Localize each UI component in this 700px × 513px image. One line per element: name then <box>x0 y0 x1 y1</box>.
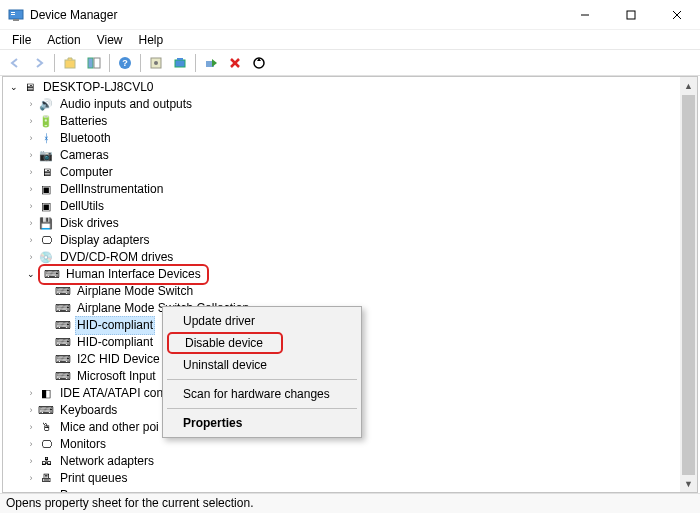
context-menu-item[interactable]: Update driver <box>165 310 359 332</box>
tree-node-label: Human Interface Devices <box>64 266 203 283</box>
tree-node-label: Cameras <box>58 147 111 164</box>
device-manager-window: Device Manager File Action View Help ? ⌄… <box>0 0 700 513</box>
help-button[interactable]: ? <box>114 52 136 74</box>
expand-icon[interactable]: › <box>24 200 38 214</box>
properties-button[interactable] <box>145 52 167 74</box>
menu-help[interactable]: Help <box>131 31 172 49</box>
update-driver-button[interactable] <box>248 52 270 74</box>
tree-node[interactable]: ⌄🖥DESKTOP-LJ8CVL0 <box>7 79 697 96</box>
svg-point-14 <box>154 61 158 65</box>
svg-rect-16 <box>177 58 183 60</box>
tree-node-label: Display adapters <box>58 232 151 249</box>
hid-icon: ⌨ <box>55 369 71 385</box>
tree-node-label: Network adapters <box>58 453 156 470</box>
expand-icon[interactable]: › <box>24 234 38 248</box>
mouse-icon: 🖱 <box>38 420 54 436</box>
expand-icon <box>41 370 55 384</box>
monitor-icon: 🖵 <box>38 437 54 453</box>
expand-icon[interactable]: › <box>24 166 38 180</box>
window-title: Device Manager <box>30 8 562 22</box>
computer-icon: 🖥 <box>21 80 37 96</box>
tree-node[interactable]: ›🖵Monitors <box>7 436 697 453</box>
titlebar: Device Manager <box>0 0 700 30</box>
context-menu-item[interactable]: Properties <box>165 412 359 434</box>
scroll-down-button[interactable]: ▼ <box>680 475 697 492</box>
collapse-icon[interactable]: ⌄ <box>24 268 38 282</box>
minimize-button[interactable] <box>562 0 608 30</box>
hid-icon: ⌨ <box>55 301 71 317</box>
up-button[interactable] <box>59 52 81 74</box>
tree-node-label: HID-compliant <box>75 316 155 335</box>
context-menu-item[interactable]: Disable device <box>167 332 283 354</box>
expand-icon[interactable]: › <box>24 455 38 469</box>
menu-view[interactable]: View <box>89 31 131 49</box>
tree-node-label: Batteries <box>58 113 109 130</box>
expand-icon[interactable]: › <box>24 115 38 129</box>
context-menu-item[interactable]: Uninstall device <box>165 354 359 376</box>
svg-rect-8 <box>65 60 75 68</box>
expand-icon[interactable]: › <box>24 183 38 197</box>
expand-icon[interactable]: › <box>24 98 38 112</box>
audio-icon: 🔊 <box>38 97 54 113</box>
expand-icon[interactable]: › <box>24 251 38 265</box>
forward-button[interactable] <box>28 52 50 74</box>
tree-node-label: Keyboards <box>58 402 119 419</box>
tree-node[interactable]: ⌄⌨Human Interface Devices <box>7 266 697 283</box>
expand-icon[interactable]: › <box>24 438 38 452</box>
app-icon <box>8 7 24 23</box>
toolbar-separator <box>195 54 196 72</box>
svg-rect-15 <box>175 60 185 67</box>
expand-icon[interactable]: › <box>24 217 38 231</box>
maximize-button[interactable] <box>608 0 654 30</box>
expand-icon[interactable]: › <box>24 149 38 163</box>
tree-node-label: Audio inputs and outputs <box>58 96 194 113</box>
expand-icon[interactable]: › <box>24 132 38 146</box>
tree-node[interactable]: ›🖶Print queues <box>7 470 697 487</box>
tree-node[interactable]: ⌨Airplane Mode Switch <box>7 283 697 300</box>
tree-node-label: HID-compliant <box>75 334 155 351</box>
printer-icon: 🖶 <box>38 471 54 487</box>
expand-icon <box>41 285 55 299</box>
back-button[interactable] <box>4 52 26 74</box>
scroll-up-button[interactable]: ▲ <box>680 77 697 94</box>
hid-icon: ⌨ <box>55 284 71 300</box>
menu-action[interactable]: Action <box>39 31 88 49</box>
show-hide-tree-button[interactable] <box>83 52 105 74</box>
enable-device-button[interactable] <box>200 52 222 74</box>
tree-node[interactable]: ›▣DellUtils <box>7 198 697 215</box>
highlighted-category[interactable]: ⌨Human Interface Devices <box>38 264 209 285</box>
expand-icon[interactable]: › <box>24 404 38 418</box>
tree-node[interactable]: ›🖥Computer <box>7 164 697 181</box>
disk-icon: 💾 <box>38 216 54 232</box>
keyboard-icon: ⌨ <box>38 403 54 419</box>
tree-node-label: IDE ATA/ATAPI cont <box>58 385 168 402</box>
expand-icon[interactable]: › <box>24 421 38 435</box>
tree-node[interactable]: ›▣DellInstrumentation <box>7 181 697 198</box>
vertical-scrollbar[interactable]: ▲ ▼ <box>680 77 697 492</box>
context-menu-item[interactable]: Scan for hardware changes <box>165 383 359 405</box>
tree-node[interactable]: ›📷Cameras <box>7 147 697 164</box>
tree-node[interactable]: ›ᚼBluetooth <box>7 130 697 147</box>
menu-file[interactable]: File <box>4 31 39 49</box>
tree-node[interactable]: ›💾Disk drives <box>7 215 697 232</box>
expand-icon[interactable]: › <box>24 472 38 486</box>
toolbar-separator <box>140 54 141 72</box>
tree-node-label: DellInstrumentation <box>58 181 165 198</box>
tree-node-label: Mice and other poi <box>58 419 161 436</box>
display-icon: 🖵 <box>38 233 54 249</box>
tree-node-label: Bluetooth <box>58 130 113 147</box>
expand-icon <box>41 319 55 333</box>
scan-hardware-button[interactable] <box>169 52 191 74</box>
hid-icon: ⌨ <box>44 267 60 283</box>
uninstall-device-button[interactable] <box>224 52 246 74</box>
tree-node[interactable]: ›🖧Network adapters <box>7 453 697 470</box>
tree-node[interactable]: ›🖵Display adapters <box>7 232 697 249</box>
ide-icon: ◧ <box>38 386 54 402</box>
tree-node[interactable]: ›🔊Audio inputs and outputs <box>7 96 697 113</box>
expand-icon[interactable]: › <box>24 387 38 401</box>
generic-icon: ▣ <box>38 182 54 198</box>
close-button[interactable] <box>654 0 700 30</box>
collapse-icon[interactable]: ⌄ <box>7 81 21 95</box>
tree-node[interactable]: ›🔋Batteries <box>7 113 697 130</box>
scroll-thumb[interactable] <box>682 95 695 475</box>
